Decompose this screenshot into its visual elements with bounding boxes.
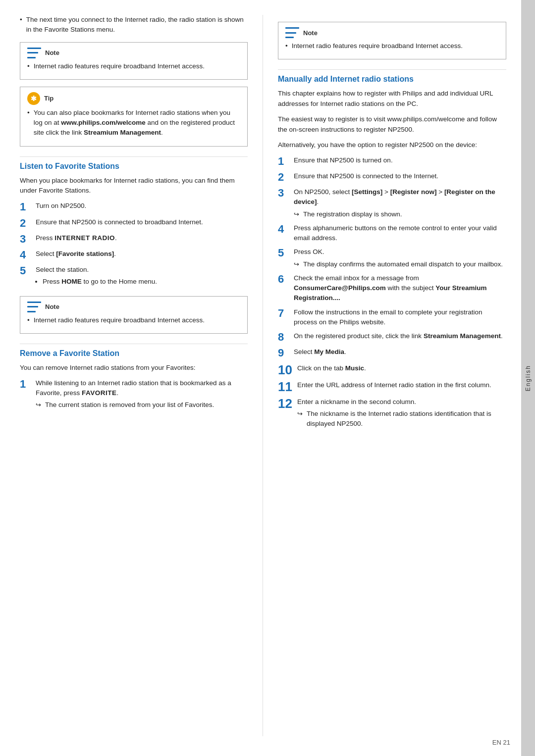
manually-steps-list: 1 Ensure that NP2500 is turned on. 2 Ens… <box>278 155 506 429</box>
listen-step-3-content: Press INTERNET RADIO. <box>36 233 248 243</box>
section-intro-remove: You can remove Internet radio stations f… <box>20 363 248 373</box>
manually-step-9: 9 Select My Media. <box>278 347 506 359</box>
manually-step-4-content: Press alphanumeric buttons on the remote… <box>294 223 506 244</box>
note-header-1: Note <box>27 48 240 58</box>
manually-step-2-content: Ensure that NP2500 is connected to the I… <box>294 171 506 181</box>
side-tab: English <box>521 0 535 756</box>
note-icon-line <box>27 57 36 58</box>
manually-step-8-content: On the registered product site, click th… <box>294 331 506 341</box>
listen-step-5-text: Select the station. <box>36 266 89 273</box>
note-icon-line-r1 <box>285 27 299 29</box>
manually-step-4-text: Press alphanumeric buttons on the remote… <box>294 224 497 242</box>
listen-step-4-content: Select [Favorite stations]. <box>36 249 248 259</box>
listen-step-5-sub1: Press HOME to go to the Home menu. <box>43 277 248 287</box>
tip-header-1: ✱ Tip <box>27 92 240 105</box>
tip-box-1: ✱ Tip You can also place bookmarks for I… <box>20 87 248 147</box>
listen-step-2-num: 2 <box>20 217 31 229</box>
manually-step-4: 4 Press alphanumeric buttons on the remo… <box>278 223 506 244</box>
manually-step-8: 8 On the registered product site, click … <box>278 331 506 343</box>
manually-step-5-sub1: ↪ The display confirms the automated ema… <box>294 259 506 269</box>
manually-step-3-num: 3 <box>278 187 289 199</box>
manually-step-3-sub1-text: The registration display is shown. <box>303 209 402 219</box>
listen-step-1: 1 Turn on NP2500. <box>20 201 248 213</box>
listen-step-3: 3 Press INTERNET RADIO. <box>20 233 248 245</box>
listen-step-5-content: Select the station. Press HOME to go to … <box>36 265 248 289</box>
manually-step-12-sub1: ↪ The nickname is the Internet radio sta… <box>297 409 506 429</box>
remove-step-1-text: While listening to an Internet radio sta… <box>36 379 231 397</box>
note-right-1-item-1-text: Internet radio features require broadban… <box>292 41 463 51</box>
section-intro-listen: When you place bookmarks for Internet ra… <box>20 176 248 197</box>
note-icon-1 <box>27 48 41 58</box>
note2-item-1-text: Internet radio features require broadban… <box>34 315 205 325</box>
note-right-1-item-1: Internet radio features require broadban… <box>285 41 499 51</box>
manually-step-9-text: Select My Media. <box>294 348 346 355</box>
left-column: The next time you connect to the Interne… <box>20 15 263 736</box>
note-icon-right-1 <box>285 27 299 38</box>
note-label-2: Note <box>45 303 59 310</box>
manually-step-8-num: 8 <box>278 331 289 343</box>
tip-icon-1: ✱ <box>27 92 40 105</box>
manually-step-3-sub1: ↪ The registration display is shown. <box>294 209 506 219</box>
manually-step-11: 11 Enter the URL address of Internet rad… <box>278 380 506 393</box>
manually-step-10-text: Click on the tab Music. <box>297 364 366 372</box>
note-label-1: Note <box>45 49 59 56</box>
note1-item-1: Internet radio features require broadban… <box>27 61 240 71</box>
remove-step-1-content: While listening to an Internet radio sta… <box>36 378 248 410</box>
note-icon-line <box>27 52 38 53</box>
note-icon-line-r3 <box>285 37 294 38</box>
listen-step-4-text: Select [Favorite stations]. <box>36 250 116 257</box>
listen-step-2-text: Ensure that NP2500 is connected to broad… <box>36 218 203 226</box>
note-icon-line-c <box>27 311 36 312</box>
listen-step-2: 2 Ensure that NP2500 is connected to bro… <box>20 217 248 229</box>
remove-step-1-sub1: ↪ The current station is removed from yo… <box>36 400 248 410</box>
manually-step-12-content: Enter a nickname in the second column. ↪… <box>297 397 506 429</box>
listen-step-3-text: Press INTERNET RADIO. <box>36 234 117 242</box>
note-icon-line-b <box>27 306 38 307</box>
listen-step-5: 5 Select the station. Press HOME to go t… <box>20 265 248 289</box>
note-icon-line <box>27 48 41 49</box>
listen-step-5-subbullets: Press HOME to go to the Home menu. <box>36 277 248 287</box>
manually-step-6: 6 Check the email inbox for a message fr… <box>278 273 506 303</box>
manually-step-7-text: Follow the instructions in the email to … <box>294 308 482 326</box>
manually-step-6-text: Check the email inbox for a message from… <box>294 274 487 302</box>
arrow-icon-r1: ↪ <box>294 209 299 219</box>
manually-step-1-text: Ensure that NP2500 is turned on. <box>294 156 393 164</box>
intro-bullet-text: The next time you connect to the Interne… <box>26 15 248 35</box>
listen-step-1-content: Turn on NP2500. <box>36 201 248 211</box>
note-box-2: Note Internet radio features require bro… <box>20 296 248 334</box>
manually-step-7: 7 Follow the instructions in the email t… <box>278 307 506 328</box>
listen-step-1-num: 1 <box>20 201 31 213</box>
manually-step-1: 1 Ensure that NP2500 is turned on. <box>278 155 506 167</box>
manually-step-6-num: 6 <box>278 273 289 285</box>
remove-step-1-num: 1 <box>20 378 31 390</box>
manually-step-8-text: On the registered product site, click th… <box>294 332 503 340</box>
note-icon-line-a <box>27 302 41 303</box>
side-tab-label: English <box>525 365 532 391</box>
page-footer: EN 21 <box>492 739 510 746</box>
manually-step-12: 12 Enter a nickname in the second column… <box>278 397 506 429</box>
listen-step-3-num: 3 <box>20 233 31 245</box>
arrow-icon-1: ↪ <box>36 400 41 410</box>
manually-step-2: 2 Ensure that NP2500 is connected to the… <box>278 171 506 183</box>
note2-item-1: Internet radio features require broadban… <box>27 315 240 325</box>
remove-steps-list: 1 While listening to an Internet radio s… <box>20 378 248 410</box>
note-header-2: Note <box>27 302 240 312</box>
intro-bullet: The next time you connect to the Interne… <box>20 15 248 35</box>
listen-step-4-num: 4 <box>20 249 31 261</box>
manually-step-2-num: 2 <box>278 171 289 183</box>
manually-step-1-content: Ensure that NP2500 is turned on. <box>294 155 506 165</box>
note1-item-1-text: Internet radio features require broadban… <box>34 61 205 71</box>
manually-step-7-content: Follow the instructions in the email to … <box>294 307 506 328</box>
note-label-right-1: Note <box>303 29 318 37</box>
section-title-manually: Manually add Internet radio stations <box>278 69 506 84</box>
manually-step-11-num: 11 <box>278 380 292 393</box>
manually-step-11-text: Enter the URL address of Internet radio … <box>297 381 491 389</box>
manually-step-6-content: Check the email inbox for a message from… <box>294 273 506 303</box>
manually-step-7-num: 7 <box>278 307 289 319</box>
manually-step-5-content: Press OK. ↪ The display confirms the aut… <box>294 247 506 269</box>
listen-steps-list: 1 Turn on NP2500. 2 Ensure that NP2500 i… <box>20 201 248 289</box>
remove-step-1-sub1-text: The current station is removed from your… <box>45 400 214 410</box>
remove-step-1: 1 While listening to an Internet radio s… <box>20 378 248 410</box>
arrow-icon-r3: ↪ <box>297 409 303 429</box>
section-title-remove: Remove a Favorite Station <box>20 344 248 358</box>
